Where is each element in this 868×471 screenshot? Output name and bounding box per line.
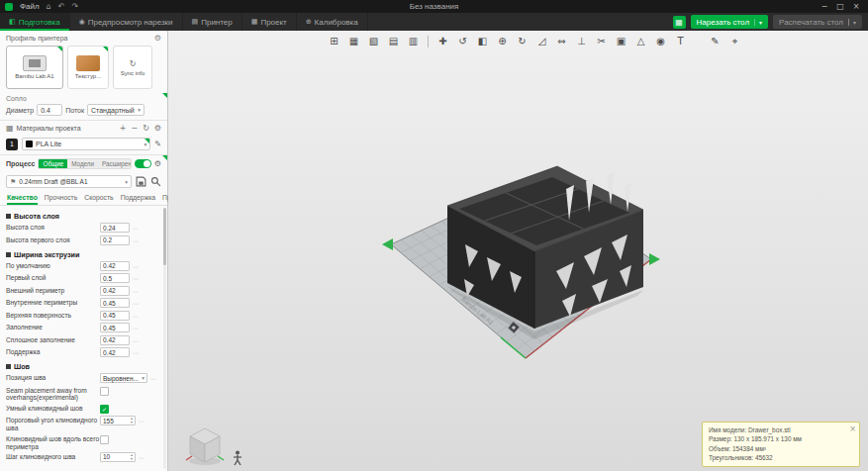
add-filament-icon[interactable]: + — [120, 124, 127, 133]
setting-value-input[interactable]: 0.42 — [100, 335, 130, 345]
ptab-support[interactable]: Поддержка — [121, 194, 155, 205]
move-icon[interactable]: ⊕ — [493, 34, 512, 49]
lay-flat-icon[interactable]: ⊥ — [572, 34, 591, 49]
setting-checkbox[interactable] — [100, 435, 109, 444]
arrange-icon[interactable]: ✚ — [434, 34, 452, 49]
tab-prepare[interactable]: ◧Подготовка — [0, 13, 70, 31]
print-dropdown-icon[interactable]: ▾ — [848, 19, 856, 26]
setting-checkbox[interactable] — [100, 387, 109, 396]
setting-checkbox[interactable]: ✓ — [100, 405, 109, 414]
auto-arrange-icon[interactable]: ▦ — [344, 34, 363, 49]
setting-select[interactable]: Выровнен...▾ — [100, 373, 147, 383]
measure-icon[interactable]: ⌖ — [725, 34, 744, 49]
tab-preview[interactable]: ◉Предпросмотр нарезки — [70, 13, 183, 31]
auto-orient-icon[interactable]: ↺ — [453, 34, 472, 49]
setting-value-input[interactable]: 155▴▾ — [100, 416, 136, 425]
diameter-label: Диаметр — [6, 107, 34, 114]
filament-select[interactable]: PLA Lite ▾ — [22, 138, 150, 150]
seam-paint-icon[interactable]: ◉ — [651, 34, 670, 49]
printer-settings-gear-icon[interactable]: ⚙ — [154, 34, 161, 43]
remove-filament-icon[interactable]: − — [131, 124, 138, 133]
text-tool-icon[interactable]: T — [671, 34, 690, 49]
file-menu[interactable]: Файл — [20, 2, 40, 11]
process-mode-global[interactable]: Общие — [39, 159, 67, 168]
nozzle-diameter-input[interactable]: 0.4 — [37, 104, 62, 116]
setting-value-input[interactable]: 10▴▾ — [100, 452, 136, 462]
rotate-icon[interactable]: ↻ — [513, 34, 531, 49]
ptab-speed[interactable]: Скорость — [84, 194, 113, 205]
scale-icon[interactable]: ◿ — [532, 34, 551, 49]
process-mode-objects[interactable]: Модели — [67, 159, 98, 168]
mirror-icon[interactable]: ⇔ — [552, 34, 571, 49]
filament-color-chip — [26, 141, 33, 147]
setting-value-input[interactable]: 0.45 — [100, 323, 130, 332]
spin-down-icon[interactable]: ▾ — [131, 457, 133, 461]
print-plate-button[interactable]: Распечатать стол ▾ — [773, 15, 862, 29]
device-tab-icon: ▤ — [192, 18, 199, 26]
close-icon[interactable]: × — [849, 424, 856, 435]
prepare-tab-icon: ◧ — [9, 18, 16, 26]
undo-icon[interactable]: ↶ — [58, 2, 65, 11]
edit-filament-icon[interactable]: ✎ — [154, 140, 161, 148]
viewport-3d[interactable]: Bambu Lab A1 — [168, 31, 868, 471]
setting-label: Умный клиновидный шов — [6, 404, 100, 413]
plate-handle-icon[interactable] — [382, 238, 393, 250]
setting-value-input[interactable]: 0.2 — [100, 236, 130, 245]
sync-filament-icon[interactable]: ↻ — [143, 124, 149, 133]
slice-plate-button[interactable]: Нарезать стол ▾ — [691, 15, 768, 29]
scale-figure-icon[interactable] — [232, 450, 243, 466]
ptab-quality[interactable]: Качество — [7, 194, 38, 205]
redo-icon[interactable]: ↷ — [71, 2, 78, 11]
setting-value-input[interactable]: 0.42 — [100, 261, 130, 271]
setting-value-input[interactable]: 0.45 — [100, 298, 130, 308]
scrollbar-thumb[interactable] — [163, 208, 166, 265]
filament-slot-number[interactable]: 1 — [6, 139, 18, 150]
home-icon[interactable]: ⌂ — [47, 2, 51, 11]
close-button[interactable]: × — [849, 2, 863, 11]
plate-settings-icon[interactable]: ▥ — [404, 34, 423, 49]
slice-dropdown-icon[interactable]: ▾ — [754, 19, 762, 26]
tab-project[interactable]: ▦Проект — [242, 13, 297, 31]
build-plate-card[interactable]: Текстур... — [67, 46, 109, 89]
setting-value-input[interactable]: 0.42 — [100, 286, 130, 296]
settings-scrollbar[interactable] — [163, 208, 166, 469]
maximize-button[interactable]: □ — [833, 2, 847, 11]
setting-value-input[interactable]: 0.42 — [100, 347, 130, 357]
setting-value-input[interactable]: 0.24 — [100, 223, 130, 233]
process-preset-select[interactable]: ⚑ 0.24mm Draft @BBL A1 ▾ — [6, 175, 132, 188]
printer-card[interactable]: Bambu Lab A1 — [6, 46, 63, 89]
setting-value-input[interactable]: 0.5 — [100, 273, 130, 283]
flow-select[interactable]: Стандартный ▾ — [87, 104, 145, 116]
flow-label: Поток — [65, 107, 84, 114]
viewport-3d-scene[interactable]: Bambu Lab A1 — [168, 31, 868, 471]
setting-label: Клиновидный шов вдоль всего периметра — [6, 434, 100, 451]
pen-tool-icon[interactable]: ✎ — [706, 34, 724, 49]
spinner-icons[interactable]: ▴▾ — [131, 417, 133, 424]
spinner-icons[interactable]: ▴▾ — [131, 453, 133, 461]
tab-calibration[interactable]: ⊕Калибровка — [297, 13, 368, 31]
search-settings-icon[interactable] — [150, 176, 161, 187]
tab-bar: ◧Подготовка◉Предпросмотр нарезки▤Принтер… — [0, 13, 868, 31]
printer-name: Bambu Lab A1 — [15, 73, 53, 79]
cut-icon[interactable]: ✂ — [592, 34, 611, 49]
sync-info-card[interactable]: ↻ Sync info — [113, 46, 152, 89]
setting-value-input[interactable]: 0.45 — [100, 311, 130, 321]
process-settings-gear-icon[interactable]: ⚙ — [154, 159, 161, 168]
tab-device[interactable]: ▤Принтер — [183, 13, 242, 31]
save-preset-icon[interactable] — [136, 176, 146, 187]
plate-handle-icon[interactable] — [649, 253, 660, 265]
view-cube[interactable] — [182, 421, 228, 466]
clone-icon[interactable]: ▣ — [612, 34, 630, 49]
ptab-strength[interactable]: Прочность — [45, 194, 77, 205]
layout-settings-icon[interactable]: ▤ — [384, 34, 403, 49]
orient-all-icon[interactable]: ▧ — [364, 34, 383, 49]
setting-label: Шаг клиновидного шва — [6, 452, 100, 461]
minimize-button[interactable]: − — [818, 2, 831, 11]
add-plate-icon[interactable]: ⊞ — [325, 34, 343, 49]
support-paint-icon[interactable]: △ — [631, 34, 650, 49]
split-object-icon[interactable]: ◧ — [473, 34, 492, 49]
process-mode-advanced[interactable]: Расширенный — [98, 159, 132, 168]
spin-down-icon[interactable]: ▾ — [131, 421, 133, 424]
filament-settings-gear-icon[interactable]: ⚙ — [154, 124, 161, 133]
process-toggle[interactable] — [135, 159, 151, 168]
